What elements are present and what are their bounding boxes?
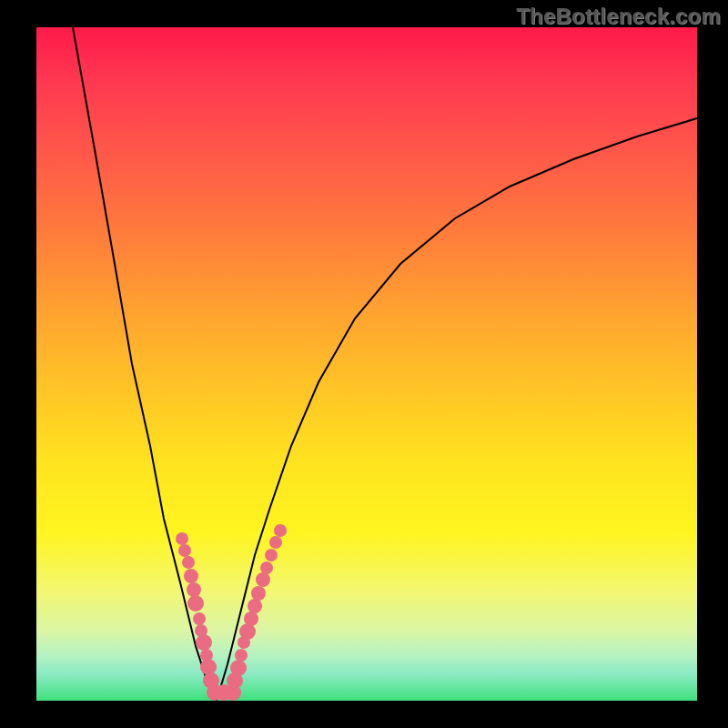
- marker-point: [178, 544, 191, 557]
- marker-point: [260, 561, 273, 574]
- marker-point: [256, 572, 270, 587]
- marker-point: [193, 612, 206, 625]
- curve-curve-right: [217, 118, 697, 701]
- marker-point: [176, 532, 188, 545]
- markers-group: [176, 524, 287, 701]
- marker-point: [251, 586, 266, 601]
- marker-point: [248, 599, 262, 613]
- marker-point: [182, 556, 195, 569]
- plot-area: [36, 27, 697, 701]
- marker-point: [187, 582, 201, 597]
- curves-group: [73, 27, 697, 701]
- marker-point: [200, 659, 217, 675]
- marker-point: [239, 623, 256, 640]
- marker-point: [235, 649, 248, 662]
- marker-point: [244, 612, 258, 626]
- marker-point: [269, 536, 282, 549]
- watermark-text: TheBottleneck.com: [516, 4, 721, 29]
- marker-point: [184, 569, 198, 583]
- marker-point: [187, 595, 204, 612]
- marker-point: [274, 524, 287, 537]
- marker-point: [230, 660, 247, 676]
- marker-point: [196, 634, 212, 651]
- chart-container: TheBottleneck.com: [0, 0, 728, 728]
- marker-point: [265, 549, 278, 561]
- curve-svg: [36, 27, 697, 701]
